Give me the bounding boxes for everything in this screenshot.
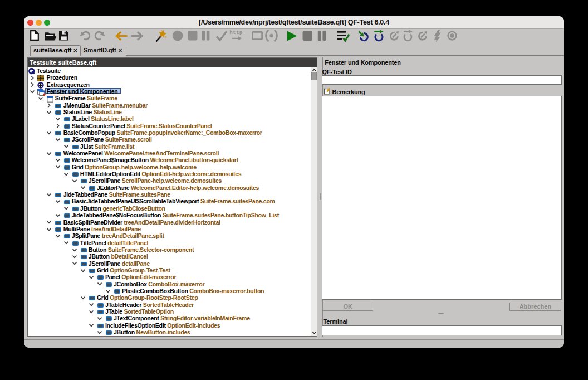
svg-text:http: http bbox=[229, 30, 242, 36]
